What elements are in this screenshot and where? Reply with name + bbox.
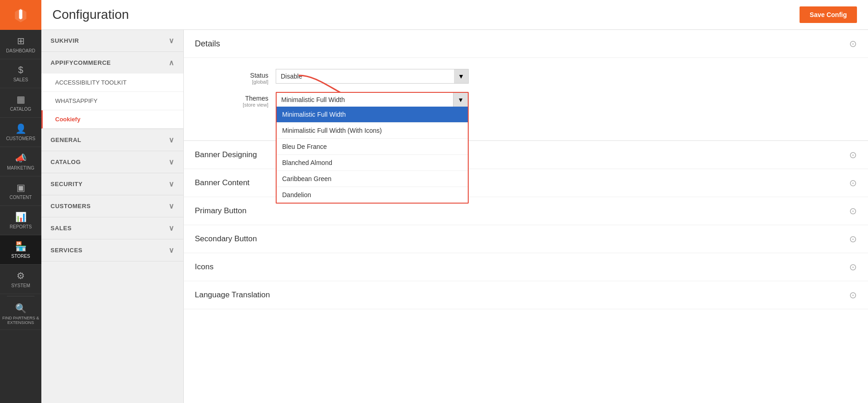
icons-collapse-button[interactable]: ⊙ (849, 261, 857, 272)
sidebar-item-accessibility-toolkit[interactable]: ACCESSIBILITY TOOLKIT (41, 74, 183, 92)
nav-label-reports: REPORTS (10, 224, 32, 229)
dashboard-icon: ⊞ (17, 35, 25, 46)
details-section: Details ⊙ (184, 30, 868, 141)
sidebar: SUKHVIR ∨ APPIFYCOMMERCE ∧ ACCESSIBILITY… (41, 30, 184, 403)
sidebar-section-label-services: SERVICES (51, 247, 83, 254)
left-nav: ⊞ DASHBOARD $ SALES ▦ CATALOG 👤 CUSTOMER… (0, 0, 41, 403)
themes-option-minimalistic-full-width[interactable]: Minimalistic Full Width (277, 107, 468, 123)
nav-item-marketing[interactable]: 📣 MARKETING (0, 147, 41, 176)
sidebar-section-header-catalog[interactable]: CATALOG ∨ (41, 151, 183, 173)
customers-icon: 👤 (15, 123, 27, 134)
main-content: Details ⊙ (184, 30, 868, 403)
banner-content-collapse-button[interactable]: ⊙ (849, 177, 857, 188)
sidebar-section-general: GENERAL ∨ (41, 129, 183, 151)
save-config-button[interactable]: Save Config (800, 6, 857, 23)
themes-dropdown-arrow-button[interactable]: ▼ (453, 93, 468, 107)
banner-content-title: Banner Content (195, 178, 250, 187)
themes-option-caribbean-green[interactable]: Caribbean Green (277, 171, 468, 187)
sidebar-section-label-general: GENERAL (51, 136, 81, 143)
banner-designing-title: Banner Designing (195, 150, 257, 159)
nav-item-sales[interactable]: $ SALES (0, 59, 41, 88)
nav-item-stores[interactable]: 🏪 STORES (0, 235, 41, 265)
nav-item-catalog[interactable]: ▦ CATALOG (0, 88, 41, 118)
top-bar: Configuration Save Config (41, 0, 868, 30)
themes-option-dandelion[interactable]: Dandelion (277, 187, 468, 203)
sidebar-section-header-general[interactable]: GENERAL ∨ (41, 129, 183, 151)
nav-item-system[interactable]: ⚙ SYSTEM (0, 265, 41, 294)
themes-option-bleu-de-france[interactable]: Bleu De France (277, 139, 468, 155)
sidebar-section-label-catalog: CATALOG (51, 159, 81, 165)
sidebar-section-header-sukhvir[interactable]: SUKHVIR ∨ (41, 30, 183, 51)
chevron-down-icon-services: ∨ (169, 246, 175, 255)
language-translation-row[interactable]: Language Translation ⊙ (184, 281, 868, 309)
sidebar-subsection-appifycommerce: ACCESSIBILITY TOOLKIT WHATSAPPIFY Cookie… (41, 74, 183, 129)
themes-option-minimalistic-full-width-icons[interactable]: Minimalistic Full Width (With Icons) (277, 123, 468, 139)
status-form-row: Status [global] Enable Disable ▼ (202, 69, 850, 85)
stores-icon: 🏪 (15, 241, 27, 252)
sidebar-section-header-services[interactable]: SERVICES ∨ (41, 239, 183, 261)
themes-control: ▼ Minimalistic Full Width Minimalistic F… (276, 92, 469, 107)
icons-title: Icons (195, 262, 214, 272)
nav-label-system: SYSTEM (11, 283, 30, 288)
sidebar-section-customers: CUSTOMERS ∨ (41, 195, 183, 217)
themes-dropdown-input-row: ▼ (276, 92, 469, 107)
details-section-header: Details ⊙ (184, 30, 868, 58)
details-collapse-button[interactable]: ⊙ (849, 38, 857, 49)
nav-label-marketing: MARKETING (7, 165, 34, 170)
find-partners-icon: 🔍 (15, 303, 27, 314)
page-title: Configuration (52, 7, 129, 22)
content-area: SUKHVIR ∨ APPIFYCOMMERCE ∧ ACCESSIBILITY… (41, 30, 868, 403)
nav-label-dashboard: DASHBOARD (6, 48, 35, 53)
sidebar-section-catalog: CATALOG ∨ (41, 151, 183, 173)
sidebar-item-whatsappify[interactable]: WHATSAPPIFY (41, 92, 183, 110)
icons-section: Icons ⊙ (184, 253, 868, 281)
reports-icon: 📊 (15, 211, 27, 222)
themes-label: Themes [store view] (202, 92, 276, 108)
status-label: Status [global] (202, 69, 276, 85)
themes-input-field[interactable] (277, 93, 453, 107)
themes-form-row: Themes [store view] ▼ Minimalistic Full … (202, 92, 850, 108)
magento-logo (11, 6, 30, 24)
chevron-down-icon-general: ∨ (169, 136, 175, 144)
sidebar-section-header-sales[interactable]: SALES ∨ (41, 217, 183, 239)
secondary-button-section: Secondary Button ⊙ (184, 225, 868, 253)
details-form: Status [global] Enable Disable ▼ (184, 58, 868, 141)
sidebar-section-label-appifycommerce: APPIFYCOMMERCE (51, 59, 111, 66)
language-translation-title: Language Translation (195, 290, 270, 300)
themes-dropdown-list: Minimalistic Full Width Minimalistic Ful… (276, 107, 469, 204)
nav-label-stores: STORES (11, 254, 30, 259)
sidebar-section-label-sales: SALES (51, 225, 72, 232)
sidebar-section-header-customers[interactable]: CUSTOMERS ∨ (41, 195, 183, 217)
sidebar-section-appifycommerce: APPIFYCOMMERCE ∧ ACCESSIBILITY TOOLKIT W… (41, 52, 183, 129)
sidebar-section-header-appifycommerce[interactable]: APPIFYCOMMERCE ∧ (41, 52, 183, 74)
language-translation-collapse-button[interactable]: ⊙ (849, 289, 857, 301)
themes-option-blanched-almond[interactable]: Blanched Almond (277, 155, 468, 171)
nav-label-content: CONTENT (10, 195, 32, 200)
nav-label-catalog: CATALOG (10, 107, 31, 112)
icons-row[interactable]: Icons ⊙ (184, 253, 868, 281)
nav-item-reports[interactable]: 📊 REPORTS (0, 206, 41, 235)
banner-designing-collapse-button[interactable]: ⊙ (849, 149, 857, 160)
sidebar-item-cookiefy[interactable]: Cookiefy (41, 110, 183, 129)
details-section-title: Details (195, 39, 220, 49)
secondary-button-title: Secondary Button (195, 234, 257, 244)
chevron-down-icon-security: ∨ (169, 180, 175, 188)
status-select-wrapper: Enable Disable ▼ (276, 69, 469, 84)
primary-button-collapse-button[interactable]: ⊙ (849, 205, 857, 216)
language-translation-section: Language Translation ⊙ (184, 281, 868, 309)
chevron-up-icon: ∧ (169, 58, 175, 67)
sales-icon: $ (18, 65, 23, 75)
secondary-button-collapse-button[interactable]: ⊙ (849, 233, 857, 244)
chevron-down-icon-sales: ∨ (169, 224, 175, 233)
status-select[interactable]: Enable Disable (276, 69, 469, 84)
nav-item-customers[interactable]: 👤 CUSTOMERS (0, 118, 41, 147)
secondary-button-row[interactable]: Secondary Button ⊙ (184, 225, 868, 253)
logo-area[interactable] (0, 0, 41, 30)
status-control: Enable Disable ▼ (276, 69, 469, 84)
nav-item-content[interactable]: ▣ CONTENT (0, 176, 41, 206)
chevron-down-icon-catalog: ∨ (169, 158, 175, 166)
nav-item-dashboard[interactable]: ⊞ DASHBOARD (0, 30, 41, 59)
primary-button-title: Primary Button (195, 206, 246, 216)
nav-item-find-partners[interactable]: 🔍 FIND PARTNERS & EXTENSIONS (0, 298, 41, 330)
sidebar-section-header-security[interactable]: SECURITY ∨ (41, 173, 183, 195)
